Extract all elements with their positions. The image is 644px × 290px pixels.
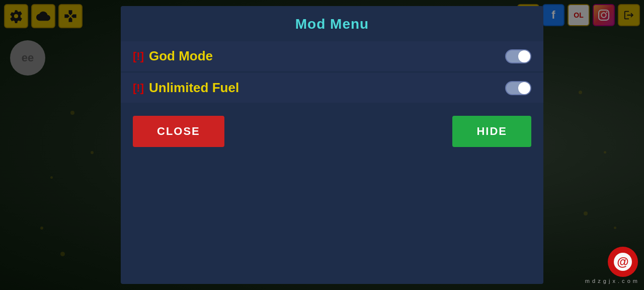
god-mode-toggle-knob — [518, 50, 530, 62]
god-mode-label: God Mode — [149, 48, 213, 64]
unlimited-fuel-toggle-knob — [518, 82, 530, 94]
logo-swirl-icon: @ — [617, 255, 628, 269]
modal-buttons-row: CLOSE HIDE — [121, 104, 543, 159]
god-mode-toggle[interactable] — [505, 49, 531, 63]
god-mode-row: [!] God Mode — [121, 41, 543, 71]
god-mode-exclaim: [!] — [133, 50, 144, 63]
god-mode-label-group: [!] God Mode — [133, 48, 213, 64]
mod-menu-modal: Mod Menu [!] God Mode [!] Unlimited Fuel… — [121, 6, 543, 284]
unlimited-fuel-row: [!] Unlimited Fuel — [121, 73, 543, 103]
close-button[interactable]: CLOSE — [133, 116, 224, 147]
hide-button[interactable]: HIDE — [452, 116, 531, 147]
modal-title: Mod Menu — [121, 6, 543, 40]
unlimited-fuel-label-group: [!] Unlimited Fuel — [133, 80, 239, 96]
unlimited-fuel-label: Unlimited Fuel — [149, 80, 239, 96]
bottom-right-logo: @ m d z g j x . c o m — [585, 247, 638, 284]
logo-circle: @ — [608, 247, 638, 277]
unlimited-fuel-exclaim: [!] — [133, 82, 144, 95]
watermark-text: m d z g j x . c o m — [585, 278, 638, 284]
logo-inner: @ — [614, 253, 632, 271]
unlimited-fuel-toggle[interactable] — [505, 81, 531, 95]
